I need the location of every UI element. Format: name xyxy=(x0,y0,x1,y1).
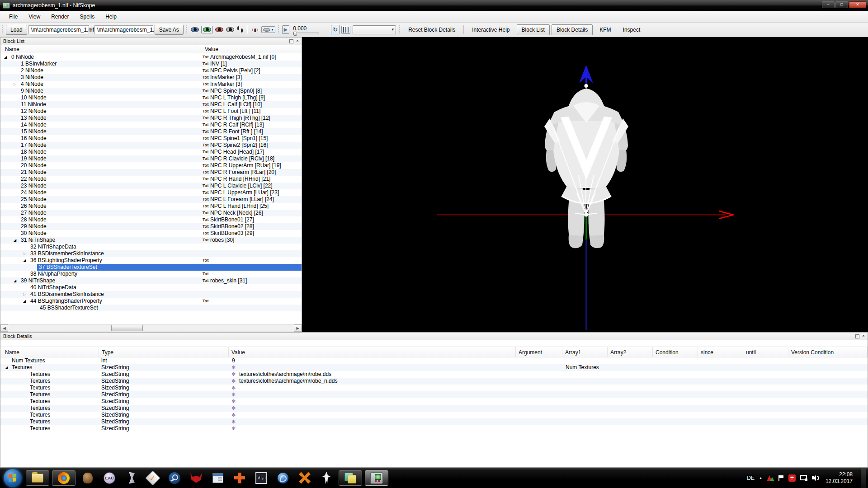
afterburner-tray-icon[interactable] xyxy=(767,475,774,481)
block-list-row[interactable]: 17 NiNodeTxtNPC Spine2 [Spn2] [16] xyxy=(0,142,302,149)
vertex-select-icon[interactable] xyxy=(251,27,259,33)
clock[interactable]: 22:08 12.03.2017 xyxy=(826,471,853,485)
block-list-title-bar[interactable]: Block List × xyxy=(0,38,302,45)
toolbar-grip[interactable] xyxy=(1,25,4,34)
block-list-row[interactable]: 24 NiNodeTxtNPC L UpperArm [LUar] [23] xyxy=(0,189,302,196)
column-header-condition[interactable]: Condition xyxy=(653,347,698,357)
footprints-icon[interactable] xyxy=(237,26,243,33)
hidden-icons-arrow[interactable]: ▲ xyxy=(759,476,762,479)
block-list-row[interactable]: ▷41 BSDismemberSkinInstance xyxy=(0,291,302,298)
toolbar-grip[interactable] xyxy=(278,25,280,34)
taskbar-item-pinwheel[interactable] xyxy=(297,470,312,486)
target-path-field[interactable]: \m\archmagerobesm_1.nif xyxy=(94,25,153,34)
block-details-row[interactable]: TexturesSizedString✻textures\clothes\arc… xyxy=(0,371,868,378)
show-constraints-icon[interactable] xyxy=(226,27,234,32)
block-details-row[interactable]: TexturesSizedString✻ xyxy=(0,425,868,432)
block-details-row[interactable]: TexturesSizedString✻ xyxy=(0,405,868,412)
taskbar-item-audacity[interactable] xyxy=(254,470,269,486)
block-list-row[interactable]: 14 NiNodeTxtNPC R Calf [RClf] [13] xyxy=(0,122,302,128)
network-icon[interactable] xyxy=(800,475,807,481)
show-collision-icon[interactable] xyxy=(215,27,223,32)
collapse-icon[interactable]: ◢ xyxy=(14,277,16,284)
block-list-row[interactable]: ▷33 BSDismemberSkinInstance xyxy=(0,250,302,257)
block-list-row[interactable]: 3 NiNodeTxtInvMarker [3] xyxy=(0,74,302,81)
block-list-row[interactable]: 10 NiNodeTxtNPC L Thigh [LThg] [9] xyxy=(0,94,302,101)
show-desktop-button[interactable] xyxy=(861,468,866,488)
block-list-row[interactable]: ◢31 NiTriShapeTxtrobes [30] xyxy=(0,237,302,244)
block-details-row[interactable]: ◢TexturesSizedString✻Num Textures xyxy=(0,364,868,371)
minimize-button[interactable]: – xyxy=(822,1,835,8)
column-header-array1[interactable]: Array1 xyxy=(562,347,608,357)
close-button[interactable]: ✕ xyxy=(849,1,866,8)
block-list-row[interactable]: 32 NiTriShapeData xyxy=(0,244,302,250)
block-details-title-bar[interactable]: Block Details × xyxy=(0,333,868,340)
block-details-row[interactable]: TexturesSizedString✻ xyxy=(0,398,868,405)
block-list-row[interactable]: 18 NiNodeTxtNPC Head [Head] [17] xyxy=(0,149,302,155)
start-button[interactable] xyxy=(4,469,22,487)
expand-icon[interactable]: ▷ xyxy=(23,250,26,257)
block-list-row[interactable]: 27 NiNodeTxtNPC Neck [Neck] [26] xyxy=(0,210,302,216)
swap-paths-icon[interactable]: ⤷ xyxy=(90,26,94,33)
taskbar-item-fox[interactable] xyxy=(189,470,204,486)
menu-item-spells[interactable]: Spells xyxy=(75,12,99,21)
taskbar-item-window[interactable] xyxy=(210,470,226,486)
show-blocks-icon[interactable] xyxy=(191,27,199,32)
taskbar-item-explorer[interactable] xyxy=(26,470,49,486)
collapse-icon[interactable]: ◢ xyxy=(23,257,26,264)
column-header-type[interactable]: Type xyxy=(99,347,229,357)
block-details-row[interactable]: TexturesSizedString✻ xyxy=(0,418,868,425)
taskbar-item-orb[interactable] xyxy=(275,470,291,486)
toolbar-grip[interactable] xyxy=(186,25,188,34)
title-bar[interactable]: archmagerobesm_1.nif - NifSkope – □ ✕ xyxy=(0,0,868,11)
ufo-dropdown-button[interactable]: ▾ xyxy=(261,26,275,33)
collapse-icon[interactable]: ◢ xyxy=(14,237,16,244)
taskbar-item-eac[interactable]: EAC xyxy=(102,470,117,486)
expand-icon[interactable]: ▷ xyxy=(23,291,26,298)
taskbar-item-scroll[interactable] xyxy=(123,470,139,486)
float-panel-icon[interactable] xyxy=(855,334,859,338)
block-details-row[interactable]: TexturesSizedString✻textures\clothes\arc… xyxy=(0,378,868,385)
block-list-row[interactable]: 25 NiNodeTxtNPC L Forearm [LLar] [24] xyxy=(0,196,302,203)
taskbar-item-stack[interactable] xyxy=(339,470,362,486)
block-list-row[interactable]: 13 NiNodeTxtNPC R Thigh [RThg] [12] xyxy=(0,115,302,122)
block-list-row[interactable]: 40 NiTriShapeData xyxy=(0,284,302,291)
collapse-icon[interactable]: ◢ xyxy=(4,54,7,61)
block-list-row[interactable]: 37 BSShaderTextureSet xyxy=(0,264,302,271)
animation-combo[interactable] xyxy=(353,25,396,34)
block-list-hscrollbar[interactable]: ◀ ▶ xyxy=(0,324,302,332)
animation-slider-thumb[interactable] xyxy=(293,32,297,36)
block-list-row[interactable]: ◢0 NiNodeTxtArchmageRobesM_1.nif [0] xyxy=(0,54,302,61)
save-as-button[interactable]: Save As xyxy=(155,25,184,35)
taskbar-item-steam[interactable] xyxy=(167,470,182,486)
action-center-flag-icon[interactable] xyxy=(778,475,784,481)
column-header-name[interactable]: Name xyxy=(0,45,200,53)
column-header-value[interactable]: Value xyxy=(200,45,302,53)
collapse-icon[interactable]: ◢ xyxy=(5,364,8,371)
column-header-since[interactable]: since xyxy=(698,347,743,357)
taskbar-item-creature[interactable] xyxy=(80,470,95,486)
reset-block-details-button[interactable]: Reset Block Details xyxy=(403,24,460,35)
show-nodes-toggle[interactable] xyxy=(201,26,213,33)
scroll-right-icon[interactable]: ▶ xyxy=(294,324,302,332)
taskbar-item-check[interactable]: ✓ xyxy=(145,470,160,486)
inspect-button[interactable]: Inspect xyxy=(618,24,646,35)
block-list-row[interactable]: 23 NiNodeTxtNPC L Clavicle [LClv] [22] xyxy=(0,183,302,189)
taskbar-item-skyrim[interactable] xyxy=(319,470,334,486)
column-header-version-condition[interactable]: Version Condition xyxy=(788,347,868,357)
switch-button[interactable] xyxy=(341,26,350,34)
column-header-value[interactable]: Value xyxy=(229,347,516,357)
block-list-row[interactable]: 38 NiAlphaPropertyTxt xyxy=(0,271,302,277)
render-viewport[interactable] xyxy=(302,37,868,332)
block-list-row[interactable]: 16 NiNodeTxtNPC Spine1 [Spn1] [15] xyxy=(0,135,302,142)
block-details-button[interactable]: Block Details xyxy=(552,24,593,35)
taskbar-item-puzzle[interactable] xyxy=(232,470,247,486)
menu-item-render[interactable]: Render xyxy=(47,12,73,21)
scroll-left-icon[interactable]: ◀ xyxy=(0,324,8,332)
block-list-row[interactable]: 15 NiNodeTxtNPC R Foot [Rft ] [14] xyxy=(0,128,302,135)
block-list-row[interactable]: 12 NiNodeTxtNPC L Foot [Lft ] [11] xyxy=(0,108,302,115)
animation-slider[interactable] xyxy=(293,33,319,34)
taskbar-item-firefox[interactable] xyxy=(52,470,75,486)
block-list-row[interactable]: ◢39 NiTriShapeTxtrobes_skin [31] xyxy=(0,277,302,284)
block-list-row[interactable]: 2 NiNodeTxtNPC Pelvis [Pelv] [2] xyxy=(0,67,302,74)
menu-item-view[interactable]: View xyxy=(24,12,45,21)
